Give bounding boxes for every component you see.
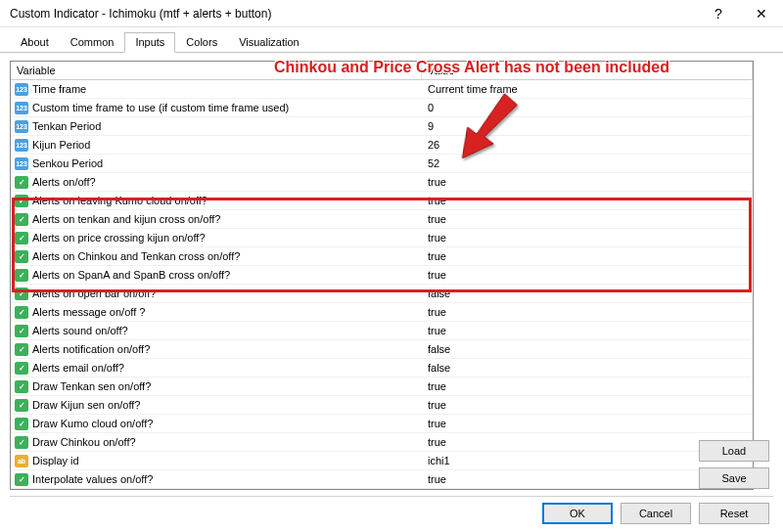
variable-label: Draw Tenkan sen on/off?	[32, 380, 151, 392]
table-row[interactable]: Draw Chinkou on/off?true	[11, 433, 753, 452]
table-row[interactable]: Draw Kijun sen on/off?true	[11, 396, 753, 415]
value-cell[interactable]: true	[422, 213, 753, 225]
close-button[interactable]: ✕	[740, 0, 783, 27]
table-row[interactable]: Senkou Period52	[11, 155, 753, 173]
variable-label: Alerts notification on/off?	[32, 343, 150, 355]
help-button[interactable]: ?	[697, 0, 740, 27]
variable-cell: Draw Chinkou on/off?	[11, 436, 422, 449]
integer-icon	[15, 139, 28, 152]
table-row[interactable]: Tenkan Period9	[11, 117, 753, 136]
variable-cell: Alerts notification on/off?	[11, 343, 422, 356]
variable-cell: Alerts on price crossing kijun on/off?	[11, 232, 422, 244]
value-cell[interactable]: true	[422, 195, 753, 206]
table-row[interactable]: Alerts on price crossing kijun on/off?tr…	[11, 229, 753, 247]
table-row[interactable]: Alerts message on/off ?true	[11, 303, 753, 322]
value-cell[interactable]: 52	[422, 157, 753, 169]
variable-cell: Alerts email on/off?	[11, 362, 422, 375]
variable-label: Display id	[32, 455, 79, 466]
variable-label: Alerts on price crossing kijun on/off?	[32, 232, 206, 244]
variable-cell: Alerts on/off?	[11, 176, 422, 189]
ok-button[interactable]: OK	[542, 503, 613, 524]
col-value[interactable]: Value	[422, 62, 753, 79]
boolean-icon	[15, 232, 28, 244]
value-cell[interactable]: 26	[422, 139, 753, 151]
tab-visualization[interactable]: Visualization	[228, 32, 310, 53]
variable-cell: Alerts sound on/off?	[11, 325, 422, 337]
boolean-icon	[15, 343, 28, 356]
table-row[interactable]: Alerts on SpanA and SpanB cross on/off?t…	[11, 266, 753, 285]
value-cell[interactable]: true	[422, 418, 753, 429]
variable-cell: Alerts on tenkan and kijun cross on/off?	[11, 213, 422, 226]
table-row[interactable]: Alerts on Chinkou and Tenkan cross on/of…	[11, 247, 753, 266]
integer-icon	[15, 83, 28, 96]
boolean-icon	[15, 380, 28, 393]
variable-cell: Tenkan Period	[11, 120, 422, 133]
inputs-table: Variable Value Time frameCurrent time fr…	[10, 61, 754, 490]
table-row[interactable]: Interpolate values on/off?true	[11, 470, 753, 489]
boolean-icon	[15, 250, 28, 263]
table-row[interactable]: Kijun Period26	[11, 136, 753, 155]
tab-inputs[interactable]: Inputs	[124, 32, 175, 53]
value-cell[interactable]: 0	[422, 102, 753, 113]
table-row[interactable]: Alerts on tenkan and kijun cross on/off?…	[11, 210, 753, 229]
load-button[interactable]: Load	[699, 440, 769, 462]
value-cell[interactable]: 9	[422, 120, 753, 132]
variable-label: Custom time frame to use (if custom time…	[32, 102, 289, 113]
value-cell[interactable]: false	[422, 362, 753, 374]
variable-cell: Interpolate values on/off?	[11, 473, 422, 486]
tab-about[interactable]: About	[10, 32, 60, 53]
table-row[interactable]: Alerts notification on/off?false	[11, 340, 753, 359]
variable-cell: Draw Tenkan sen on/off?	[11, 380, 422, 393]
value-cell[interactable]: true	[422, 176, 753, 188]
value-cell[interactable]: true	[422, 325, 753, 336]
value-cell[interactable]: true	[422, 250, 753, 262]
variable-cell: Alerts on SpanA and SpanB cross on/off?	[11, 269, 422, 282]
cancel-button[interactable]: Cancel	[621, 503, 691, 524]
variable-label: Alerts email on/off?	[32, 362, 124, 374]
table-row[interactable]: Display idichi1	[11, 452, 753, 470]
table-row[interactable]: Alerts on/off?true	[11, 173, 753, 192]
value-cell[interactable]: true	[422, 306, 753, 318]
table-row[interactable]: Alerts on open bar on/off?false	[11, 285, 753, 303]
string-icon	[15, 455, 28, 467]
variable-cell: Alerts on open bar on/off?	[11, 288, 422, 300]
variable-label: Alerts on Chinkou and Tenkan cross on/of…	[32, 250, 240, 262]
variable-cell: Display id	[11, 455, 422, 467]
boolean-icon	[15, 306, 28, 319]
boolean-icon	[15, 269, 28, 282]
boolean-icon	[15, 288, 28, 300]
value-cell[interactable]: true	[422, 399, 753, 411]
table-row[interactable]: Draw Tenkan sen on/off?true	[11, 377, 753, 396]
table-row[interactable]: Time frameCurrent time frame	[11, 80, 753, 99]
variable-cell: Senkou Period	[11, 157, 422, 170]
titlebar: Custom Indicator - Ichimoku (mtf + alert…	[0, 0, 783, 27]
variable-label: Kijun Period	[32, 139, 90, 151]
variable-cell: Custom time frame to use (if custom time…	[11, 102, 422, 114]
variable-label: Alerts on/off?	[32, 176, 96, 188]
variable-cell: Alerts message on/off ?	[11, 306, 422, 319]
table-row[interactable]: Custom time frame to use (if custom time…	[11, 99, 753, 117]
table-row[interactable]: Draw Kumo cloud on/off?true	[11, 415, 753, 433]
table-row[interactable]: Alerts on leaving Kumo cloud on/off?true	[11, 192, 753, 210]
reset-button[interactable]: Reset	[699, 503, 769, 524]
value-cell[interactable]: true	[422, 269, 753, 281]
variable-label: Draw Kijun sen on/off?	[32, 399, 140, 411]
window-title: Custom Indicator - Ichimoku (mtf + alert…	[10, 7, 697, 21]
value-cell[interactable]: Current time frame	[422, 83, 753, 95]
integer-icon	[15, 157, 28, 170]
boolean-icon	[15, 195, 28, 207]
variable-label: Alerts on tenkan and kijun cross on/off?	[32, 213, 220, 225]
value-cell[interactable]: true	[422, 232, 753, 244]
variable-label: Draw Kumo cloud on/off?	[32, 418, 153, 429]
value-cell[interactable]: false	[422, 343, 753, 355]
value-cell[interactable]: true	[422, 380, 753, 392]
col-variable[interactable]: Variable	[11, 62, 422, 79]
table-row[interactable]: Alerts sound on/off?true	[11, 322, 753, 340]
value-cell[interactable]: false	[422, 288, 753, 299]
boolean-icon	[15, 213, 28, 226]
tab-colors[interactable]: Colors	[175, 32, 228, 53]
table-row[interactable]: Alerts email on/off?false	[11, 359, 753, 377]
save-button[interactable]: Save	[699, 467, 769, 489]
tab-common[interactable]: Common	[60, 32, 125, 53]
boolean-icon	[15, 473, 28, 486]
